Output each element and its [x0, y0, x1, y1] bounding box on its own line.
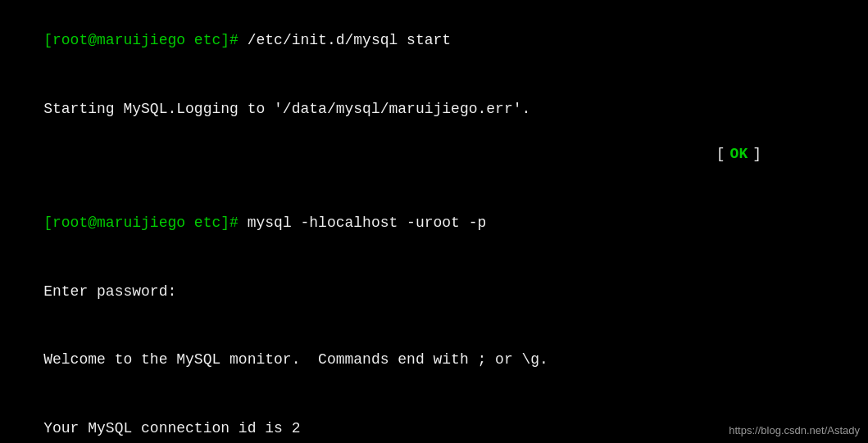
output-7: Welcome to the MySQL monitor. Commands e…	[43, 351, 548, 368]
terminal-ok-line: [OK]	[8, 143, 860, 166]
terminal-line-7: Welcome to the MySQL monitor. Commands e…	[8, 326, 860, 395]
ok-label: OK	[725, 143, 753, 166]
command-5: mysql -hlocalhost -uroot -p	[248, 215, 487, 231]
ok-bracket-left: [	[716, 143, 725, 166]
watermark: https://blog.csdn.net/Astady	[729, 424, 860, 436]
terminal: [root@maruijiego etc]# /etc/init.d/mysql…	[0, 0, 868, 443]
prompt-5: [root@maruijiego etc]#	[43, 215, 247, 231]
ok-bracket-right: ]	[752, 143, 761, 166]
empty-line-4	[8, 166, 860, 189]
command-1: /etc/init.d/mysql start	[248, 32, 451, 48]
terminal-line-6: Enter password:	[8, 258, 860, 327]
terminal-line-5: [root@maruijiego etc]# mysql -hlocalhost…	[8, 189, 860, 258]
output-6: Enter password:	[43, 283, 176, 300]
prompt-1: [root@maruijiego etc]#	[43, 32, 247, 48]
output-2: Starting MySQL.Logging to '/data/mysql/m…	[43, 101, 530, 117]
terminal-line-2: Starting MySQL.Logging to '/data/mysql/m…	[8, 75, 860, 144]
terminal-line-1: [root@maruijiego etc]# /etc/init.d/mysql…	[8, 7, 860, 75]
output-8: Your MySQL connection id is 2	[43, 420, 300, 436]
